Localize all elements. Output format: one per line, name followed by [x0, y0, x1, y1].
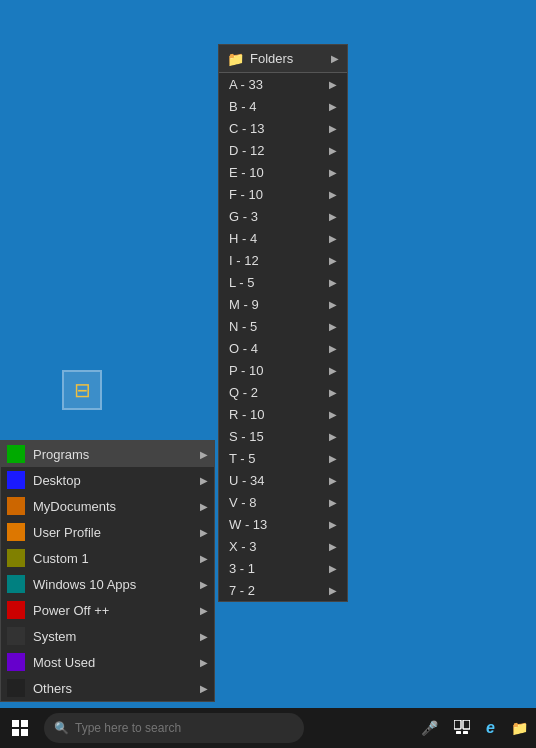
folder-item-4[interactable]: E - 10▶ [219, 161, 347, 183]
start-button[interactable] [0, 708, 40, 748]
svg-rect-5 [463, 720, 470, 729]
folder-item-arrow-5: ▶ [329, 189, 337, 200]
folder-item-18[interactable]: U - 34▶ [219, 469, 347, 491]
search-icon: 🔍 [54, 721, 69, 735]
folder-item-arrow-4: ▶ [329, 167, 337, 178]
folder-item-7[interactable]: H - 4▶ [219, 227, 347, 249]
arrow-icon-poweroff: ▶ [200, 605, 208, 616]
folder-item-2[interactable]: C - 13▶ [219, 117, 347, 139]
folder-item-13[interactable]: P - 10▶ [219, 359, 347, 381]
folder-item-16[interactable]: S - 15▶ [219, 425, 347, 447]
arrow-icon-custom1: ▶ [200, 553, 208, 564]
svg-rect-7 [463, 731, 468, 734]
folder-item-12[interactable]: O - 4▶ [219, 337, 347, 359]
folder-item-11[interactable]: N - 5▶ [219, 315, 347, 337]
folder-item-14[interactable]: Q - 2▶ [219, 381, 347, 403]
context-menu-item-mostused[interactable]: Most Used▶ [1, 649, 214, 675]
menu-item-icon-desktop [7, 471, 25, 489]
menu-item-label-programs: Programs [33, 447, 200, 462]
menu-item-label-others: Others [33, 681, 200, 696]
folder-item-17[interactable]: T - 5▶ [219, 447, 347, 469]
folder-item-5[interactable]: F - 10▶ [219, 183, 347, 205]
folder-item-arrow-10: ▶ [329, 299, 337, 310]
folder-item-label-17: T - 5 [229, 451, 256, 466]
menu-item-label-desktop: Desktop [33, 473, 200, 488]
folder-item-label-3: D - 12 [229, 143, 264, 158]
menu-item-label-windows10apps: Windows 10 Apps [33, 577, 200, 592]
folders-menu-header: 📁Folders▶ [219, 45, 347, 73]
context-menu-item-system[interactable]: System▶ [1, 623, 214, 649]
folder-item-22[interactable]: 3 - 1▶ [219, 557, 347, 579]
folder-item-19[interactable]: V - 8▶ [219, 491, 347, 513]
search-bar[interactable]: 🔍 [44, 713, 304, 743]
folder-icon[interactable]: 📁 [511, 720, 528, 736]
folder-item-8[interactable]: I - 12▶ [219, 249, 347, 271]
context-menu-item-user-profile[interactable]: User Profile▶ [1, 519, 214, 545]
folder-item-arrow-7: ▶ [329, 233, 337, 244]
context-menu-item-desktop[interactable]: Desktop▶ [1, 467, 214, 493]
folder-item-arrow-19: ▶ [329, 497, 337, 508]
menu-item-icon-windows10apps [7, 575, 25, 593]
folders-submenu: 📁Folders▶A - 33▶B - 4▶C - 13▶D - 12▶E - … [218, 44, 348, 602]
folder-item-arrow-20: ▶ [329, 519, 337, 530]
folder-item-arrow-22: ▶ [329, 563, 337, 574]
task-view-icon[interactable] [454, 720, 470, 737]
folder-item-3[interactable]: D - 12▶ [219, 139, 347, 161]
folder-item-15[interactable]: R - 10▶ [219, 403, 347, 425]
folder-item-20[interactable]: W - 13▶ [219, 513, 347, 535]
menu-item-label-mostused: Most Used [33, 655, 200, 670]
context-menu-item-others[interactable]: Others▶ [1, 675, 214, 701]
folder-item-label-4: E - 10 [229, 165, 264, 180]
folder-item-label-22: 3 - 1 [229, 561, 255, 576]
context-menu-item-programs[interactable]: Programs▶ [1, 441, 214, 467]
folder-item-arrow-12: ▶ [329, 343, 337, 354]
folder-item-arrow-13: ▶ [329, 365, 337, 376]
folder-item-1[interactable]: B - 4▶ [219, 95, 347, 117]
folder-item-arrow-9: ▶ [329, 277, 337, 288]
folder-item-arrow-14: ▶ [329, 387, 337, 398]
context-menu-item-custom1[interactable]: Custom 1▶ [1, 545, 214, 571]
arrow-icon-mydocuments: ▶ [200, 501, 208, 512]
folder-item-arrow-15: ▶ [329, 409, 337, 420]
folder-item-23[interactable]: 7 - 2▶ [219, 579, 347, 601]
search-input[interactable] [75, 721, 294, 735]
menu-item-icon-mydocuments [7, 497, 25, 515]
folder-item-label-15: R - 10 [229, 407, 264, 422]
folder-item-arrow-16: ▶ [329, 431, 337, 442]
context-menu-item-windows10apps[interactable]: Windows 10 Apps▶ [1, 571, 214, 597]
folder-item-label-5: F - 10 [229, 187, 263, 202]
context-menu-item-poweroff[interactable]: Power Off ++▶ [1, 597, 214, 623]
folder-item-arrow-6: ▶ [329, 211, 337, 222]
folder-item-label-12: O - 4 [229, 341, 258, 356]
microphone-icon[interactable]: 🎤 [421, 720, 438, 736]
menu-item-icon-mostused [7, 653, 25, 671]
folder-item-10[interactable]: M - 9▶ [219, 293, 347, 315]
folder-item-label-18: U - 34 [229, 473, 264, 488]
folder-item-0[interactable]: A - 33▶ [219, 73, 347, 95]
menu-item-label-user-profile: User Profile [33, 525, 200, 540]
folder-item-label-1: B - 4 [229, 99, 256, 114]
folder-item-21[interactable]: X - 3▶ [219, 535, 347, 557]
arrow-icon-mostused: ▶ [200, 657, 208, 668]
svg-rect-0 [12, 720, 19, 727]
folder-item-label-6: G - 3 [229, 209, 258, 224]
svg-rect-3 [21, 729, 28, 736]
arrow-icon-system: ▶ [200, 631, 208, 642]
folder-item-arrow-3: ▶ [329, 145, 337, 156]
arrow-icon-user-profile: ▶ [200, 527, 208, 538]
folder-item-9[interactable]: L - 5▶ [219, 271, 347, 293]
arrow-icon-programs: ▶ [200, 449, 208, 460]
menu-item-icon-others [7, 679, 25, 697]
folder-item-6[interactable]: G - 3▶ [219, 205, 347, 227]
taskbar: 🔍 🎤 e 📁 [0, 708, 536, 748]
folder-item-arrow-21: ▶ [329, 541, 337, 552]
edge-icon[interactable]: e [486, 719, 495, 737]
folder-item-label-9: L - 5 [229, 275, 255, 290]
menu-item-label-custom1: Custom 1 [33, 551, 200, 566]
menu-item-icon-custom1 [7, 549, 25, 567]
folder-item-label-14: Q - 2 [229, 385, 258, 400]
svg-rect-2 [12, 729, 19, 736]
folder-item-label-19: V - 8 [229, 495, 256, 510]
context-menu-item-mydocuments[interactable]: MyDocuments▶ [1, 493, 214, 519]
menu-item-label-system: System [33, 629, 200, 644]
